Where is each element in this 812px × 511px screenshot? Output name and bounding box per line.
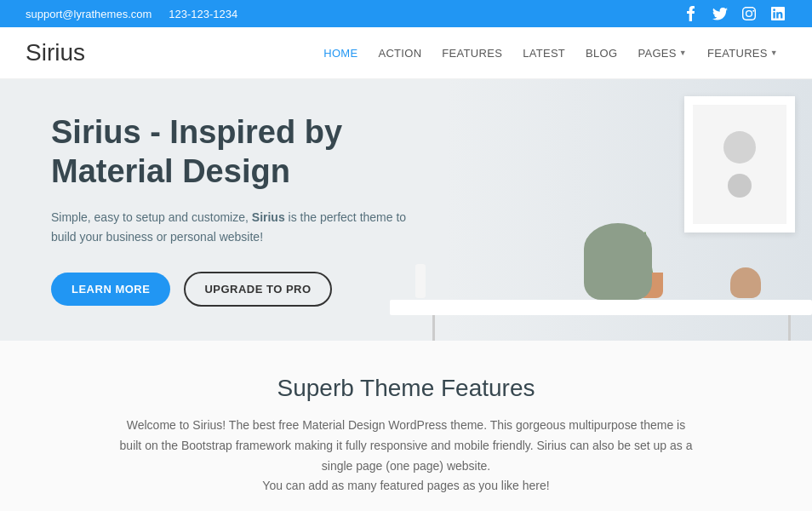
nav-features[interactable]: FEATURES: [433, 42, 511, 65]
desk-leg-right: [788, 315, 791, 341]
facebook-icon[interactable]: [683, 5, 700, 22]
learn-more-button[interactable]: LEARN MORE: [51, 273, 170, 306]
top-bar: support@lyrathemes.com 123-123-1234: [0, 0, 812, 27]
hero-title: Sirius - Inspired by Material Design: [51, 113, 460, 191]
chair: [575, 198, 660, 300]
frame-circle-small: [728, 174, 752, 198]
upgrade-pro-button[interactable]: UPGRADE TO PRO: [184, 272, 331, 307]
features-title: Superb Theme Features: [26, 375, 786, 402]
desk-leg-left: [432, 315, 435, 341]
features-section: Superb Theme Features Welcome to Sirius!…: [0, 341, 812, 511]
header: Sirius HOME ACTION FEATURES LATEST BLOG …: [0, 27, 812, 79]
hero-content: Sirius - Inspired by Material Design Sim…: [51, 113, 460, 307]
main-nav: HOME ACTION FEATURES LATEST BLOG PAGES ▼…: [315, 42, 786, 65]
frame-circle-large: [723, 131, 756, 164]
social-links: [683, 5, 786, 22]
top-bar-contact: support@lyrathemes.com 123-123-1234: [26, 8, 237, 20]
decorative-frame: [684, 96, 795, 233]
nav-features-2[interactable]: FEATURES ▼: [699, 42, 786, 65]
small-vase: [730, 267, 761, 298]
chair-seat: [584, 223, 652, 300]
nav-pages[interactable]: PAGES ▼: [629, 42, 695, 65]
hero-subtitle: Simple, easy to setup and customize, Sir…: [51, 208, 409, 246]
features-dropdown-arrow: ▼: [770, 49, 778, 57]
hero-buttons: LEARN MORE UPGRADE TO PRO: [51, 272, 460, 307]
phone-text: 123-123-1234: [169, 8, 237, 20]
nav-latest[interactable]: LATEST: [514, 42, 574, 65]
features-description: Welcome to Sirius! The best free Materia…: [117, 416, 695, 497]
hero-section: Sirius - Inspired by Material Design Sim…: [0, 79, 812, 341]
instagram-icon[interactable]: [741, 5, 758, 22]
pages-dropdown-arrow: ▼: [679, 49, 687, 57]
site-logo: Sirius: [26, 39, 85, 66]
linkedin-icon[interactable]: [769, 5, 786, 22]
nav-action[interactable]: ACTION: [369, 42, 430, 65]
email-text: support@lyrathemes.com: [26, 8, 152, 20]
nav-blog[interactable]: BLOG: [577, 42, 626, 65]
twitter-icon[interactable]: [712, 5, 729, 22]
nav-home[interactable]: HOME: [315, 42, 366, 65]
